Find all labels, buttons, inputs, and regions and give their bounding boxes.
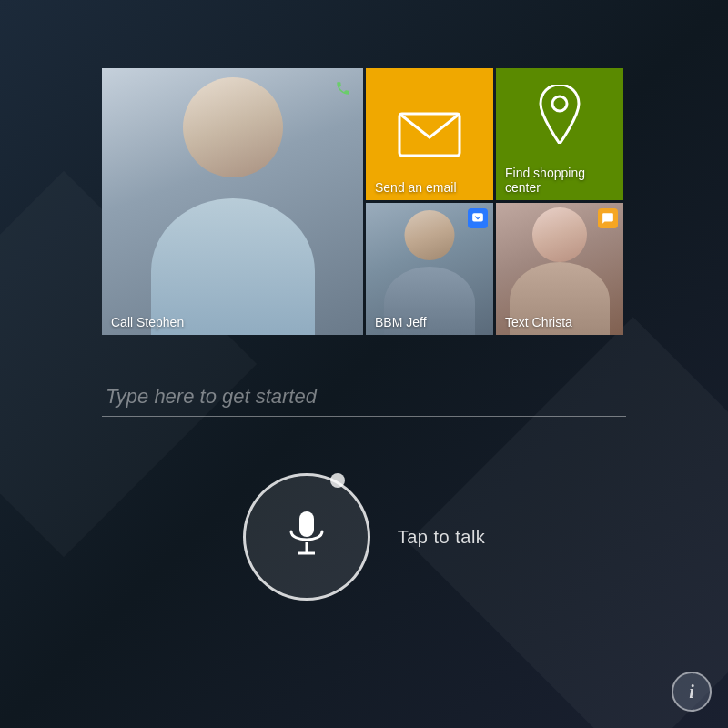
microphone-icon bbox=[284, 510, 329, 564]
info-button[interactable]: i bbox=[672, 672, 712, 712]
map-pin-icon bbox=[537, 85, 582, 144]
map-pin-icon-wrap bbox=[496, 68, 623, 159]
mic-button[interactable] bbox=[243, 473, 370, 601]
talk-area: Tap to talk bbox=[0, 473, 728, 601]
svg-rect-3 bbox=[299, 511, 314, 537]
tap-to-talk-label: Tap to talk bbox=[398, 527, 486, 548]
search-input[interactable] bbox=[102, 378, 626, 417]
search-area bbox=[102, 378, 626, 417]
info-icon: i bbox=[689, 682, 694, 703]
tile-text-christa[interactable]: Text Christa bbox=[496, 203, 623, 335]
call-stephen-label: Call Stephen bbox=[102, 309, 363, 335]
find-shopping-label: Find shopping center bbox=[496, 160, 623, 200]
bbm-jeff-label: BBM Jeff bbox=[366, 309, 493, 335]
tile-send-email[interactable]: Send an email bbox=[366, 68, 493, 200]
tile-call-stephen[interactable]: Call Stephen bbox=[102, 68, 363, 335]
call-stephen-photo bbox=[102, 68, 363, 335]
tile-find-shopping[interactable]: Find shopping center bbox=[496, 68, 623, 200]
send-email-label: Send an email bbox=[366, 175, 493, 200]
message-badge-icon bbox=[598, 208, 618, 228]
text-christa-label: Text Christa bbox=[496, 309, 623, 335]
svg-rect-2 bbox=[472, 213, 483, 221]
bbm-badge-icon bbox=[468, 208, 488, 228]
email-icon bbox=[398, 112, 461, 157]
tiles-grid: Call Stephen Send an email Find shopping… bbox=[102, 68, 623, 335]
page: Call Stephen Send an email Find shopping… bbox=[0, 0, 728, 728]
phone-icon bbox=[330, 76, 356, 101]
tile-bbm-jeff[interactable]: BBM Jeff bbox=[366, 203, 493, 335]
svg-point-1 bbox=[552, 96, 567, 111]
